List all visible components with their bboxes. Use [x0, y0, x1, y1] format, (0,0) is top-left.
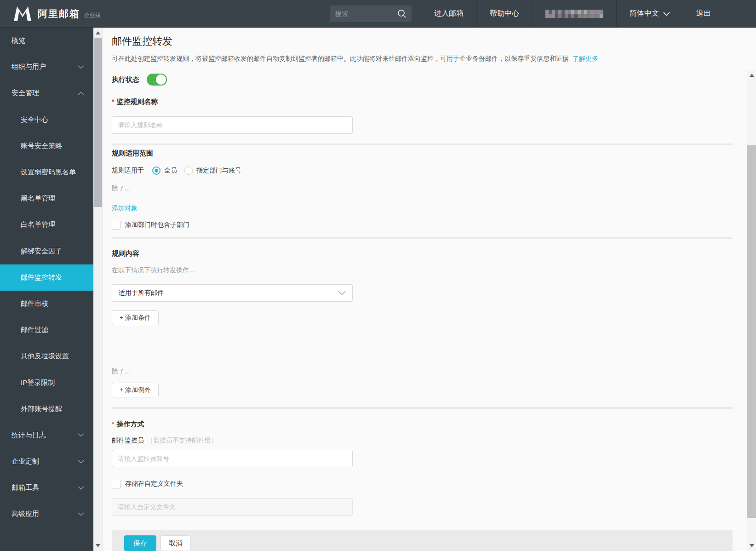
sidebar-item[interactable]: 邮件审核 — [0, 291, 93, 317]
action-section-title: *操作方式 — [112, 419, 733, 429]
sidebar-item[interactable]: 组织与用户 — [0, 54, 93, 80]
sidebar-scrollbar-thumb[interactable] — [94, 38, 102, 207]
sidebar-item-label: 其他反垃圾设置 — [21, 352, 69, 361]
sidebar-item[interactable]: 高级应用 — [0, 501, 93, 527]
rule-name-input[interactable] — [112, 116, 353, 134]
scroll-down-arrow-icon[interactable] — [750, 544, 754, 547]
radio-specified-depts-label[interactable]: 指定部门与账号 — [196, 166, 241, 175]
custom-folder-checkbox[interactable] — [112, 480, 120, 488]
sidebar-item-label: 账号安全策略 — [21, 142, 62, 150]
sidebar-item-label: 统计与日志 — [11, 431, 46, 440]
logout-label: 退出 — [696, 9, 711, 18]
page-header: 邮件监控转发 可在此处创建监控转发规则，将被监控邮箱收发的邮件自动复制到监控者的… — [112, 28, 742, 63]
radio-specified-depts[interactable] — [184, 166, 193, 175]
add-target-link[interactable]: 添加对象 — [112, 204, 137, 212]
sidebar-item-label: 安全管理 — [11, 89, 39, 98]
help-center-button[interactable]: 帮助中心 — [476, 0, 532, 27]
sidebar-item-label: 安全中心 — [21, 115, 48, 124]
condition-select[interactable]: 适用于所有邮件 — [112, 284, 353, 302]
top-nav: 进入邮箱 帮助中心 简体中文 退出 — [421, 0, 724, 27]
add-condition-button[interactable]: + 添加条件 — [112, 310, 159, 325]
section-divider — [112, 237, 733, 239]
monitor-account-input[interactable] — [112, 450, 353, 467]
except-text-2: 除了... — [112, 367, 733, 375]
monitor-rule-form: 执行状态 *监控规则名称 规则适用范围 规则适用于 全员 指定部门与账号 除了.… — [112, 70, 733, 551]
sidebar-item[interactable]: 安全中心 — [0, 107, 93, 133]
account-menu[interactable] — [532, 0, 616, 27]
scroll-up-arrow-icon[interactable] — [750, 74, 754, 77]
chevron-down-icon — [78, 433, 84, 437]
alimail-logo-icon — [12, 6, 33, 22]
page-title: 邮件监控转发 — [112, 35, 742, 48]
sidebar-item-label: 外部账号提醒 — [21, 405, 62, 413]
include-sub-dept-row: 添加部门时包含子部门 — [112, 220, 733, 230]
exec-status-label: 执行状态 — [112, 75, 139, 84]
content-scrollbar-thumb[interactable] — [747, 145, 756, 518]
chevron-down-icon — [78, 486, 84, 490]
sidebar-item[interactable]: 邮件监控转发 — [0, 264, 93, 291]
condition-select-value: 适用于所有邮件 — [119, 289, 164, 297]
scroll-down-arrow-icon[interactable] — [96, 544, 100, 547]
include-sub-dept-label[interactable]: 添加部门时包含子部门 — [125, 221, 189, 229]
search-input[interactable] — [334, 10, 397, 18]
sidebar-item-label: 邮箱工具 — [11, 483, 39, 492]
cancel-button[interactable]: 取消 — [160, 535, 191, 551]
sidebar-item[interactable]: 其他反垃圾设置 — [0, 343, 93, 369]
sidebar: 概览组织与用户安全管理安全中心账号安全策略设置弱密码黑名单黑名单管理白名单管理解… — [0, 28, 93, 551]
sidebar-item[interactable]: 统计与日志 — [0, 422, 93, 448]
sidebar-item-label: 解绑安全因子 — [21, 247, 62, 256]
language-selector[interactable]: 简体中文 — [616, 0, 683, 27]
sidebar-item[interactable]: 黑名单管理 — [0, 185, 93, 212]
sidebar-item[interactable]: 外部账号提醒 — [0, 396, 93, 422]
action-section-title-text: 操作方式 — [116, 420, 144, 428]
enter-mailbox-label: 进入邮箱 — [434, 9, 464, 18]
except-text: 除了... — [112, 184, 733, 192]
scope-label: 规则适用于 — [112, 166, 144, 175]
rule-name-label: *监控规则名称 — [112, 97, 733, 106]
learn-more-link[interactable]: 了解更多 — [573, 55, 598, 62]
sidebar-item[interactable]: 账号安全策略 — [0, 133, 93, 159]
sidebar-item[interactable]: IP登录限制 — [0, 369, 93, 396]
save-button[interactable]: 保存 — [124, 535, 156, 551]
include-sub-dept-checkbox[interactable] — [112, 221, 120, 230]
logout-button[interactable]: 退出 — [683, 0, 724, 27]
sidebar-item[interactable]: 概览 — [0, 28, 93, 54]
toggle-knob — [155, 74, 167, 86]
sidebar-item[interactable]: 设置弱密码黑名单 — [0, 159, 93, 185]
sidebar-scrollbar[interactable] — [93, 28, 103, 551]
radio-all-members[interactable] — [152, 166, 160, 175]
exec-status-toggle[interactable] — [147, 74, 167, 86]
sidebar-item-label: 邮件过滤 — [21, 326, 48, 334]
enter-mailbox-button[interactable]: 进入邮箱 — [421, 0, 476, 27]
page-description-text: 可在此处创建监控转发规则，将被监控邮箱收发的邮件自动复制到监控者的邮箱中。此功能… — [112, 55, 569, 62]
add-exception-button[interactable]: + 添加例外 — [112, 383, 159, 397]
sidebar-item-label: 组织与用户 — [11, 63, 46, 71]
chevron-down-icon — [78, 460, 84, 464]
chevron-down-icon — [338, 291, 346, 295]
sidebar-item[interactable]: 邮箱工具 — [0, 475, 93, 501]
custom-folder-label[interactable]: 存储在自定义文件夹 — [125, 480, 183, 488]
search-icon[interactable] — [397, 9, 407, 19]
sidebar-item-label: IP登录限制 — [21, 379, 55, 387]
section-divider — [112, 143, 733, 145]
sidebar-item-label: 黑名单管理 — [21, 194, 55, 203]
sidebar-item-label: 设置弱密码黑名单 — [21, 168, 76, 177]
sidebar-item-label: 白名单管理 — [21, 220, 55, 229]
scroll-up-arrow-icon[interactable] — [96, 31, 100, 34]
sidebar-item[interactable]: 邮件过滤 — [0, 317, 93, 343]
rule-name-label-text: 监控规则名称 — [116, 98, 158, 105]
sidebar-item[interactable]: 企业定制 — [0, 448, 93, 475]
language-label: 简体中文 — [630, 9, 659, 18]
scope-radio-row: 规则适用于 全员 指定部门与账号 — [112, 165, 733, 176]
custom-folder-input — [112, 498, 353, 516]
sidebar-item-label: 邮件监控转发 — [21, 273, 62, 282]
sidebar-item[interactable]: 安全管理 — [0, 80, 93, 106]
sidebar-item[interactable]: 白名单管理 — [0, 212, 93, 238]
content-scrollbar[interactable] — [747, 70, 756, 551]
sidebar-item[interactable]: 解绑安全因子 — [0, 238, 93, 264]
form-footer: 保存 取消 — [112, 530, 733, 551]
radio-all-members-label[interactable]: 全员 — [164, 166, 177, 175]
search-box[interactable] — [330, 6, 412, 22]
required-asterisk: * — [112, 98, 114, 105]
scope-section-title: 规则适用范围 — [112, 149, 733, 158]
